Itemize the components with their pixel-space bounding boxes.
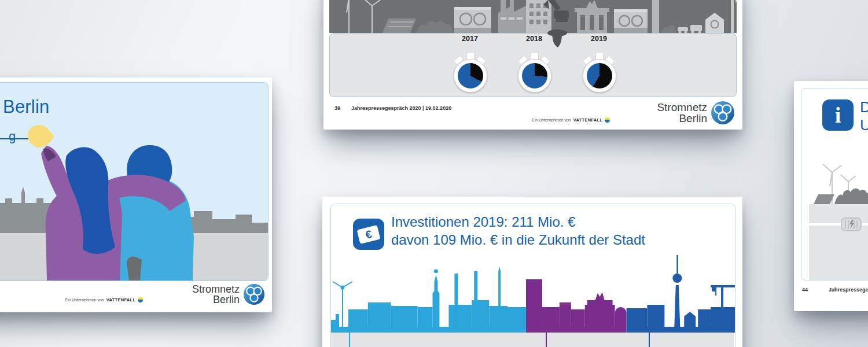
stromnetz-berlin-logo: Stromnetz Berlin (192, 283, 265, 305)
vattenfall-logo-icon (138, 297, 143, 302)
leader-line-purple (546, 333, 547, 347)
euro-icon: € (353, 219, 384, 250)
investment-title: Investitionen 2019: 211 Mio. € davon 109… (391, 213, 645, 249)
timeline-slide: 2017 2018 2019 39 Jahrespressegespräch 2… (323, 0, 742, 130)
year-label-2017: 2017 (453, 35, 487, 43)
stopwatch-2018-icon (518, 59, 550, 91)
label-strip (331, 333, 734, 347)
stromnetz-berlin-logo: Stromnetz Berlin (657, 101, 735, 125)
info-icon: i (822, 99, 854, 131)
stopwatch-dial-2019 (587, 63, 612, 88)
vattenfall-prefix-text: Ein Unternehmen von (65, 298, 104, 302)
stopwatch-dial-2018 (522, 63, 547, 88)
info-heading-fragment: D U (860, 98, 868, 134)
stromnetz-ball-icon (711, 101, 735, 125)
vattenfall-wordmark: VATTENFALL (106, 297, 136, 302)
page-number: 44 (802, 287, 808, 293)
vattenfall-byline: Ein Unternehmen von VATTENFALL (532, 117, 610, 123)
title-slide-content-area: Berlin g (0, 82, 269, 281)
investment-skyline-chart (331, 252, 735, 333)
stopwatch-2019-icon (583, 59, 615, 91)
year-label-2018: 2018 (517, 35, 551, 43)
stromnetz-berlin-wordmark: Stromnetz Berlin (192, 284, 240, 305)
segment-purple (526, 279, 627, 333)
year-label-2019: 2019 (582, 35, 616, 43)
info-slide: i D U 44 Jahrespressegespräch (794, 81, 868, 311)
stromnetz-ball-icon (243, 283, 265, 305)
leader-line-light-blue (349, 333, 350, 347)
couple-illustration (16, 123, 201, 280)
segment-dark-blue (627, 255, 735, 333)
title-slide: Berlin g (0, 77, 272, 312)
leader-line-dark-blue (649, 333, 650, 347)
vattenfall-logo-icon (605, 117, 610, 123)
vattenfall-byline: Ein Unternehmen von VATTENFALL (65, 297, 143, 302)
slide-subtitle-fragment: g (9, 129, 16, 144)
segment-light-blue (331, 267, 526, 333)
slide-footer-text: Jahrespressegespräch 2020 | 19.02.2020 (351, 105, 451, 111)
stopwatch-dial-2017 (458, 63, 483, 88)
stopwatch-2017-icon (454, 59, 486, 91)
page-number: 39 (334, 105, 340, 111)
slide-title-text: Berlin (3, 97, 49, 117)
slide-footer-text: Jahrespressegespräch (829, 287, 868, 293)
grid-underground-illustration (809, 155, 868, 280)
investment-slide: € Investitionen 2019: 211 Mio. € davon 1… (322, 197, 742, 347)
stromnetz-berlin-wordmark: Stromnetz Berlin (657, 102, 707, 124)
